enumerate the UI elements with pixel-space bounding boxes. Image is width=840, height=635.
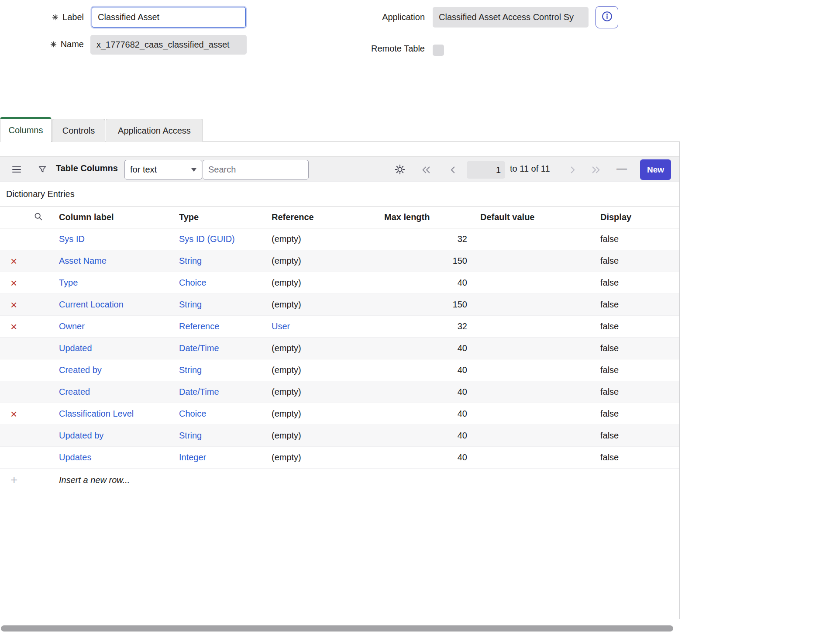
- type-link[interactable]: String: [179, 365, 202, 375]
- search-input[interactable]: [203, 160, 309, 179]
- insert-new-row[interactable]: +Insert a new row...: [0, 469, 680, 491]
- type-link[interactable]: Sys ID (GUID): [179, 234, 235, 244]
- cell-type: Reference: [179, 321, 272, 331]
- header-max-length[interactable]: Max length: [373, 212, 467, 222]
- cell-type: String: [179, 256, 272, 266]
- tab-application-access[interactable]: Application Access: [106, 119, 203, 142]
- search-field-select[interactable]: for text: [124, 160, 202, 179]
- cell-reference: (empty): [272, 431, 373, 441]
- cell-column-label: Updated: [48, 343, 179, 353]
- column-label-link[interactable]: Created: [59, 387, 90, 397]
- chevron-down-icon: [191, 168, 196, 172]
- delete-row-icon[interactable]: ×: [10, 257, 17, 266]
- insert-row-label[interactable]: Insert a new row...: [59, 475, 130, 485]
- type-link[interactable]: Reference: [179, 321, 219, 331]
- cell-max-length: 40: [373, 452, 467, 462]
- application-readonly-field: Classified Asset Access Control Sy: [433, 7, 589, 28]
- label-field-label: Label: [0, 12, 84, 22]
- label-input[interactable]: [92, 7, 246, 28]
- reference-value: (empty): [272, 431, 301, 440]
- name-field-text: Name: [61, 39, 84, 49]
- cell-column-label: Sys ID: [48, 234, 179, 244]
- header-default-value[interactable]: Default value: [467, 212, 589, 222]
- label-field-text: Label: [62, 12, 84, 22]
- first-page-button[interactable]: [420, 165, 432, 176]
- previous-page-button[interactable]: [448, 165, 458, 176]
- cell-column-label: Classification Level: [48, 409, 179, 419]
- tab-controls[interactable]: Controls: [52, 119, 105, 142]
- reference-value: (empty): [272, 300, 301, 309]
- tab-columns[interactable]: Columns: [0, 117, 52, 142]
- column-label-link[interactable]: Asset Name: [59, 256, 107, 266]
- cell-display: false: [589, 300, 680, 310]
- cell-delete: ×: [0, 410, 48, 418]
- column-label-link[interactable]: Owner: [59, 321, 85, 331]
- column-label-link[interactable]: Type: [59, 278, 78, 287]
- cell-display: false: [589, 365, 680, 375]
- cell-insert-plus: +: [0, 475, 48, 485]
- header-search-cell[interactable]: [0, 212, 48, 223]
- search-icon: [34, 212, 43, 223]
- column-label-link[interactable]: Current Location: [59, 300, 124, 309]
- list-settings-button[interactable]: [394, 164, 406, 177]
- next-page-button[interactable]: [568, 165, 577, 176]
- cell-delete: ×: [0, 388, 48, 397]
- application-info-button[interactable]: [596, 6, 618, 28]
- type-link[interactable]: Integer: [179, 452, 206, 462]
- type-link[interactable]: String: [179, 256, 202, 266]
- delete-row-icon[interactable]: ×: [10, 322, 17, 331]
- filter-button[interactable]: [38, 165, 47, 176]
- pagination-text: to 11 of 11: [510, 164, 550, 174]
- horizontal-scrollbar[interactable]: [1, 625, 673, 632]
- table-row: × Asset Name String (empty) 150 false: [0, 250, 680, 272]
- delete-row-icon[interactable]: ×: [10, 410, 17, 418]
- header-display[interactable]: Display: [589, 212, 680, 222]
- type-link[interactable]: String: [179, 431, 202, 440]
- type-link[interactable]: String: [179, 300, 202, 309]
- cell-type: Sys ID (GUID): [179, 234, 272, 244]
- plus-icon[interactable]: +: [10, 475, 17, 485]
- remote-table-checkbox[interactable]: [433, 45, 444, 56]
- column-label-link[interactable]: Updated: [59, 343, 92, 353]
- last-page-button[interactable]: [590, 165, 602, 176]
- cell-max-length: 32: [373, 321, 467, 331]
- header-reference[interactable]: Reference: [272, 212, 373, 222]
- chevron-left-icon: [448, 165, 458, 176]
- mandatory-icon: [50, 41, 57, 48]
- cell-max-length: 40: [373, 278, 467, 288]
- reference-value: (empty): [272, 278, 301, 287]
- new-button[interactable]: New: [640, 159, 671, 180]
- type-link[interactable]: Date/Time: [179, 343, 219, 353]
- mandatory-icon: [52, 14, 59, 21]
- cell-reference: (empty): [272, 256, 373, 266]
- page-number-input[interactable]: [467, 161, 505, 179]
- table-header-row: Column label Type Reference Max length D…: [0, 207, 680, 228]
- type-link[interactable]: Choice: [179, 409, 206, 418]
- cell-reference: (empty): [272, 278, 373, 288]
- list-menu-button[interactable]: [11, 164, 22, 176]
- type-link[interactable]: Choice: [179, 278, 206, 287]
- cell-type: String: [179, 300, 272, 310]
- section-title-text: Dictionary Entries: [6, 189, 75, 199]
- cell-reference: (empty): [272, 452, 373, 462]
- cell-reference: (empty): [272, 343, 373, 353]
- header-type[interactable]: Type: [179, 212, 272, 222]
- column-label-link[interactable]: Updates: [59, 452, 92, 462]
- table-body: × Sys ID Sys ID (GUID) (empty) 32 false …: [0, 228, 680, 491]
- remote-table-label: Remote Table: [262, 44, 425, 54]
- collapse-list-button[interactable]: —: [616, 162, 627, 174]
- column-label-link[interactable]: Updated by: [59, 431, 103, 440]
- column-label-link[interactable]: Sys ID: [59, 234, 85, 244]
- delete-row-icon[interactable]: ×: [10, 300, 17, 309]
- cell-reference: (empty): [272, 387, 373, 397]
- cell-column-label: Owner: [48, 321, 179, 331]
- cell-column-label: Created: [48, 387, 179, 397]
- header-column-label[interactable]: Column label: [48, 212, 179, 222]
- cell-column-label: Updates: [48, 452, 179, 462]
- column-label-link[interactable]: Classification Level: [59, 409, 134, 418]
- cell-column-label: Updated by: [48, 431, 179, 441]
- reference-value[interactable]: User: [272, 321, 290, 331]
- type-link[interactable]: Date/Time: [179, 387, 219, 397]
- delete-row-icon[interactable]: ×: [10, 279, 17, 287]
- column-label-link[interactable]: Created by: [59, 365, 102, 375]
